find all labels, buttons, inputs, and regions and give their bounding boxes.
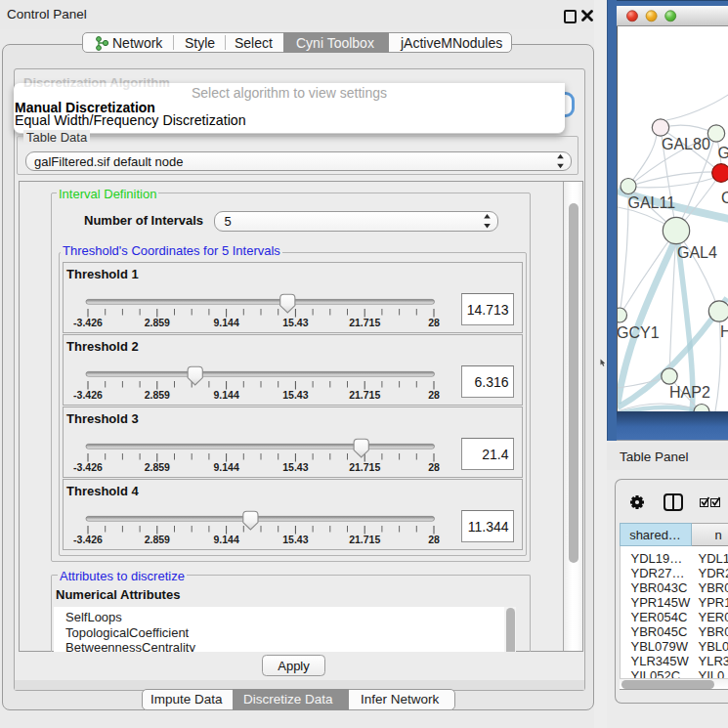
svg-text:2.859: 2.859	[145, 534, 170, 545]
svg-text:2.859: 2.859	[145, 317, 170, 328]
svg-text:21.715: 21.715	[349, 534, 380, 545]
svg-text:21.715: 21.715	[349, 461, 380, 473]
svg-text:-3.426: -3.426	[73, 389, 103, 401]
svg-text:GAL80: GAL80	[662, 136, 710, 152]
svg-text:-3.426: -3.426	[73, 461, 103, 473]
svg-text:28: 28	[428, 389, 440, 401]
svg-text:2.859: 2.859	[145, 461, 170, 473]
svg-text:28: 28	[428, 317, 440, 328]
svg-text:HAP2: HAP2	[669, 384, 710, 401]
svg-text:GAL4: GAL4	[677, 243, 717, 260]
svg-text:H: H	[720, 323, 728, 340]
svg-text:-3.426: -3.426	[73, 534, 103, 545]
svg-text:2.859: 2.859	[145, 389, 170, 401]
svg-text:9.144: 9.144	[213, 317, 238, 328]
svg-text:21.715: 21.715	[349, 317, 380, 328]
svg-text:15.43: 15.43	[282, 389, 308, 401]
svg-text:GCY1: GCY1	[617, 324, 660, 341]
svg-text:28: 28	[428, 534, 440, 545]
svg-text:15.43: 15.43	[282, 317, 308, 328]
svg-text:28: 28	[428, 461, 440, 473]
svg-text:15.43: 15.43	[282, 461, 308, 473]
svg-text:GA: GA	[718, 144, 728, 160]
svg-text:15.43: 15.43	[282, 534, 308, 545]
svg-text:GAL11: GAL11	[628, 194, 676, 211]
svg-text:9.144: 9.144	[213, 534, 238, 545]
svg-text:21.715: 21.715	[349, 389, 380, 401]
svg-text:9.144: 9.144	[213, 461, 238, 473]
svg-text:C: C	[721, 189, 728, 205]
svg-text:-3.426: -3.426	[73, 317, 103, 328]
svg-text:9.144: 9.144	[213, 389, 238, 401]
